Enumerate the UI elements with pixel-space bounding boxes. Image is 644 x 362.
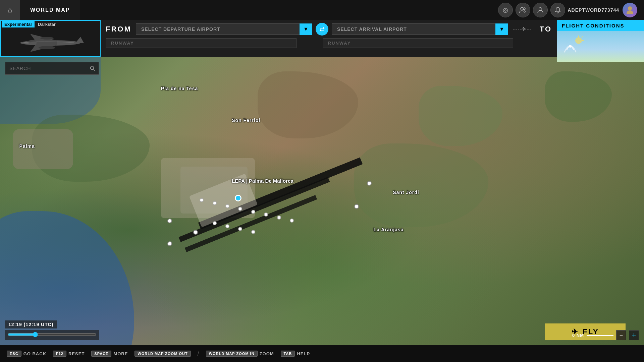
runway-endpoint-east2 bbox=[354, 204, 359, 209]
from-to-row: FROM SELECT DEPARTURE AIRPORT ▼ ⇄ SELECT bbox=[106, 23, 552, 36]
reset-label: RESET bbox=[68, 351, 85, 356]
runway-endpoint-west bbox=[167, 219, 172, 223]
departure-airport-select[interactable]: SELECT DEPARTURE AIRPORT bbox=[136, 23, 312, 35]
to-label: TO bbox=[538, 25, 552, 34]
zoom-in-hint: WORLD MAP ZOOM IN ZOOM bbox=[206, 351, 274, 357]
zoom-bar bbox=[587, 335, 613, 336]
swap-airports-button[interactable]: ⇄ bbox=[316, 23, 328, 36]
arrival-runway-bar: RUNWAY bbox=[323, 38, 514, 48]
departure-runway-bar: RUNWAY bbox=[106, 38, 297, 48]
topbar: ⌂ WORLD MAP ◎ ADEPTWORD77374 bbox=[0, 0, 644, 20]
zoom-out-button[interactable]: − bbox=[616, 330, 626, 340]
taxiway-dot-10 bbox=[225, 224, 229, 228]
svg-point-14 bbox=[91, 66, 94, 70]
go-back-hint: ESC GO BACK bbox=[7, 351, 46, 357]
time-slider-wrap bbox=[5, 330, 99, 340]
globe-icon[interactable]: ◎ bbox=[498, 3, 513, 17]
taxiway-dot-12 bbox=[251, 230, 255, 234]
svg-line-12 bbox=[582, 37, 583, 38]
zoom-out-key: WORLD MAP ZOOM OUT bbox=[135, 351, 191, 357]
arrival-select-wrap: SELECT ARRIVAL AIRPORT ▼ bbox=[332, 23, 508, 35]
airport-selects: SELECT DEPARTURE AIRPORT ▼ ⇄ SELECT ARRI… bbox=[136, 23, 508, 36]
esc-key: ESC bbox=[7, 351, 21, 357]
search-button[interactable] bbox=[87, 62, 99, 74]
departure-select-wrap: SELECT DEPARTURE AIRPORT ▼ bbox=[136, 23, 312, 35]
avatar bbox=[623, 3, 637, 17]
weather-icon bbox=[562, 35, 585, 58]
world-map-tab[interactable]: WORLD MAP bbox=[20, 0, 80, 20]
taxiway-dot-11 bbox=[238, 227, 242, 231]
arrival-runway-wrap: RUNWAY bbox=[323, 38, 514, 48]
profile-icon[interactable] bbox=[533, 3, 548, 17]
taxiway-dot-5 bbox=[251, 210, 255, 214]
map-label-son: Son Ferriol bbox=[232, 118, 260, 123]
svg-point-5 bbox=[39, 46, 55, 49]
svg-point-10 bbox=[575, 37, 582, 44]
map-label-pla: Pla de na Tesa bbox=[161, 86, 198, 91]
from-to-panel: FROM SELECT DEPARTURE AIRPORT ▼ ⇄ SELECT bbox=[101, 20, 557, 57]
reset-hint: F12 RESET bbox=[53, 351, 85, 357]
departure-runway-wrap: RUNWAY bbox=[106, 38, 297, 48]
taxiway-dot-8 bbox=[290, 219, 294, 223]
svg-line-15 bbox=[94, 69, 95, 71]
help-label: HELP bbox=[297, 351, 310, 356]
notification-icon[interactable] bbox=[550, 3, 565, 17]
from-label: FROM bbox=[106, 25, 132, 34]
aircraft-image bbox=[13, 28, 87, 55]
zoom-scale bbox=[587, 335, 613, 336]
go-back-label: GO BACK bbox=[23, 351, 46, 356]
time-slider[interactable] bbox=[8, 332, 96, 337]
search-input[interactable] bbox=[5, 63, 87, 74]
zoom-controls: 0 NM − + bbox=[572, 330, 639, 340]
more-hint: SPACE MORE bbox=[91, 351, 128, 357]
svg-point-6 bbox=[40, 37, 54, 40]
search-box bbox=[5, 62, 99, 75]
flight-conditions-preview[interactable] bbox=[557, 31, 644, 62]
svg-point-2 bbox=[539, 8, 542, 11]
topbar-icons: ◎ ADEPTWORD773744 bbox=[498, 3, 644, 17]
airport-center-marker bbox=[235, 195, 241, 201]
svg-point-3 bbox=[628, 6, 632, 10]
runway-endpoint-west3 bbox=[167, 241, 172, 246]
svg-point-0 bbox=[521, 7, 523, 10]
map-background: Pla de na Tesa Palma Son Ferriol Sant Jo… bbox=[0, 57, 644, 345]
username-text: ADEPTWORD773744 bbox=[568, 7, 620, 13]
arrival-airport-select[interactable]: SELECT ARRIVAL AIRPORT bbox=[332, 23, 508, 35]
svg-text:✈: ✈ bbox=[522, 26, 526, 32]
tab-key: TAB bbox=[281, 351, 295, 357]
space-key: SPACE bbox=[91, 351, 111, 357]
arrival-dropdown-arrow[interactable]: ▼ bbox=[495, 23, 508, 35]
zoom-label-hint: ZOOM bbox=[260, 351, 274, 356]
zoom-out-hint: WORLD MAP ZOOM OUT bbox=[135, 351, 191, 357]
username-area: ADEPTWORD773744 bbox=[568, 3, 638, 17]
aircraft-experimental-badge: Experimental bbox=[2, 21, 35, 27]
flight-panel: FROM SELECT DEPARTURE AIRPORT ▼ ⇄ SELECT bbox=[0, 20, 644, 57]
runways-row: RUNWAY RUNWAY bbox=[106, 38, 552, 48]
taxiway-dot-2 bbox=[213, 201, 217, 205]
zoom-in-button[interactable]: + bbox=[629, 330, 639, 340]
search-input-wrap bbox=[5, 62, 99, 75]
flight-conditions-panel[interactable]: FLIGHT CONDITIONS bbox=[557, 20, 644, 57]
more-label: MORE bbox=[113, 351, 128, 356]
home-button[interactable]: ⌂ bbox=[0, 0, 20, 20]
aircraft-name-label: Darkstar bbox=[35, 21, 58, 27]
runway-endpoint-west2 bbox=[193, 230, 198, 235]
map-label-aranjasa: La Aranjasa bbox=[374, 227, 404, 232]
community-icon[interactable] bbox=[516, 3, 530, 17]
zoom-in-key: WORLD MAP ZOOM IN bbox=[206, 351, 258, 357]
departure-dropdown-arrow[interactable]: ▼ bbox=[300, 23, 312, 35]
swap-icon: ⇄ bbox=[320, 25, 325, 33]
taxiway-dot-9 bbox=[213, 221, 217, 225]
taxiway-dot-7 bbox=[277, 216, 281, 220]
time-display: 12:19 (12:19 UTC) bbox=[5, 320, 57, 328]
zoom-label: 0 NM bbox=[572, 333, 584, 338]
world-map[interactable]: Pla de na Tesa Palma Son Ferriol Sant Jo… bbox=[0, 57, 644, 345]
flight-conditions-title: FLIGHT CONDITIONS bbox=[557, 20, 644, 31]
f12-key: F12 bbox=[53, 351, 66, 357]
help-hint: TAB HELP bbox=[281, 351, 310, 357]
slash-divider: / bbox=[198, 350, 199, 357]
time-bar: 12:19 (12:19 UTC) bbox=[5, 320, 99, 340]
flight-path-icon: ✈ bbox=[512, 26, 535, 33]
svg-point-1 bbox=[523, 8, 525, 10]
taxiway-dot-3 bbox=[225, 204, 229, 208]
